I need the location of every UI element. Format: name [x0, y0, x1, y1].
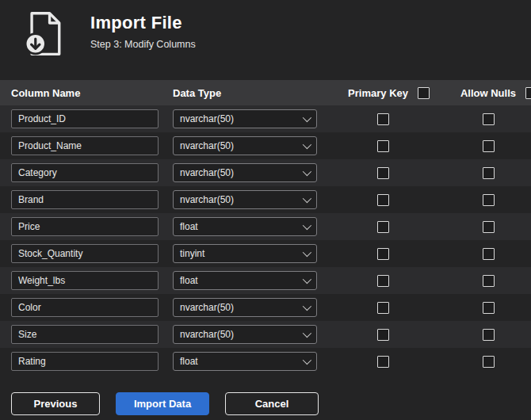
chevron-down-icon: [303, 194, 311, 203]
primary-key-checkbox[interactable]: [377, 140, 389, 152]
chevron-down-icon: [303, 140, 311, 149]
primary-key-cell: [331, 221, 434, 233]
data-type-dropdown[interactable]: nvarchar(50): [173, 190, 317, 209]
column-name-input[interactable]: [11, 136, 159, 155]
previous-button[interactable]: Previous: [11, 392, 100, 415]
data-type-dropdown[interactable]: float: [173, 271, 317, 290]
data-type-dropdown[interactable]: float: [173, 352, 317, 371]
primary-key-checkbox[interactable]: [377, 221, 389, 233]
table-row: nvarchar(50): [0, 294, 531, 321]
data-type-cell: nvarchar(50): [173, 190, 331, 209]
page-subtitle: Step 3: Modify Columns: [90, 39, 196, 50]
data-type-cell: nvarchar(50): [173, 298, 331, 317]
allow-nulls-select-all-checkbox[interactable]: [525, 87, 531, 99]
allow-nulls-checkbox[interactable]: [483, 356, 495, 368]
primary-key-checkbox[interactable]: [377, 302, 389, 314]
column-name-input[interactable]: [11, 109, 159, 128]
table-header: Column Name Data Type Primary Key Allow …: [0, 80, 531, 105]
page-title: Import File: [90, 13, 196, 33]
allow-nulls-checkbox[interactable]: [483, 194, 495, 206]
data-type-value: tinyint: [180, 248, 204, 259]
primary-key-header-label: Primary Key: [348, 87, 408, 99]
data-type-value: float: [180, 275, 198, 286]
primary-key-checkbox[interactable]: [377, 275, 389, 287]
allow-nulls-cell: [434, 113, 531, 125]
primary-key-cell: [331, 167, 434, 179]
column-name-input[interactable]: [11, 190, 159, 209]
column-name-cell: [11, 136, 173, 155]
primary-key-cell: [331, 113, 434, 125]
table-body: nvarchar(50)nvarchar(50)nvarchar(50)nvar…: [0, 105, 531, 375]
column-name-input[interactable]: [11, 352, 159, 371]
data-type-dropdown[interactable]: float: [173, 217, 317, 236]
column-name-input[interactable]: [11, 163, 159, 182]
allow-nulls-checkbox[interactable]: [483, 221, 495, 233]
chevron-down-icon: [303, 221, 311, 230]
data-type-dropdown[interactable]: nvarchar(50): [173, 325, 317, 344]
table-row: nvarchar(50): [0, 105, 531, 132]
allow-nulls-checkbox[interactable]: [483, 113, 495, 125]
primary-key-select-all-checkbox[interactable]: [418, 87, 430, 99]
column-name-cell: [11, 271, 173, 290]
allow-nulls-checkbox[interactable]: [483, 275, 495, 287]
data-type-dropdown[interactable]: nvarchar(50): [173, 298, 317, 317]
data-type-cell: float: [173, 352, 331, 371]
chevron-down-icon: [303, 356, 311, 365]
allow-nulls-checkbox[interactable]: [483, 302, 495, 314]
cancel-button[interactable]: Cancel: [225, 392, 319, 415]
primary-key-checkbox[interactable]: [377, 167, 389, 179]
dialog-header: Import File Step 3: Modify Columns: [0, 0, 531, 62]
data-type-cell: nvarchar(50): [173, 325, 331, 344]
data-type-cell: tinyint: [173, 244, 331, 263]
primary-key-checkbox[interactable]: [377, 356, 389, 368]
allow-nulls-cell: [434, 167, 531, 179]
table-row: nvarchar(50): [0, 132, 531, 159]
column-name-cell: [11, 298, 173, 317]
allow-nulls-checkbox[interactable]: [483, 329, 495, 341]
column-name-input[interactable]: [11, 298, 159, 317]
allow-nulls-cell: [434, 302, 531, 314]
dialog-footer: Previous Import Data Cancel: [0, 392, 531, 415]
data-type-value: float: [180, 221, 198, 232]
table-row: nvarchar(50): [0, 159, 531, 186]
table-row: float: [0, 267, 531, 294]
data-type-cell: nvarchar(50): [173, 136, 331, 155]
data-type-cell: nvarchar(50): [173, 163, 331, 182]
chevron-down-icon: [303, 167, 311, 176]
primary-key-cell: [331, 356, 434, 368]
data-type-value: nvarchar(50): [180, 140, 234, 151]
table-row: float: [0, 213, 531, 240]
allow-nulls-checkbox[interactable]: [483, 248, 495, 260]
allow-nulls-cell: [434, 221, 531, 233]
data-type-dropdown[interactable]: nvarchar(50): [173, 109, 317, 128]
data-type-value: nvarchar(50): [180, 113, 234, 124]
column-name-cell: [11, 190, 173, 209]
data-type-cell: nvarchar(50): [173, 109, 331, 128]
data-type-dropdown[interactable]: nvarchar(50): [173, 136, 317, 155]
column-name-cell: [11, 352, 173, 371]
data-type-value: nvarchar(50): [180, 329, 234, 340]
data-type-value: nvarchar(50): [180, 194, 234, 205]
allow-nulls-checkbox[interactable]: [483, 140, 495, 152]
allow-nulls-checkbox[interactable]: [483, 167, 495, 179]
column-name-input[interactable]: [11, 217, 159, 236]
primary-key-checkbox[interactable]: [377, 248, 389, 260]
primary-key-checkbox[interactable]: [377, 113, 389, 125]
data-type-value: nvarchar(50): [180, 167, 234, 178]
column-name-cell: [11, 217, 173, 236]
chevron-down-icon: [303, 275, 311, 284]
import-data-button[interactable]: Import Data: [116, 392, 209, 415]
chevron-down-icon: [303, 248, 311, 257]
data-type-dropdown[interactable]: nvarchar(50): [173, 163, 317, 182]
column-name-input[interactable]: [11, 271, 159, 290]
chevron-down-icon: [303, 113, 311, 122]
primary-key-checkbox[interactable]: [377, 329, 389, 341]
column-name-cell: [11, 163, 173, 182]
primary-key-checkbox[interactable]: [377, 194, 389, 206]
data-type-value: nvarchar(50): [180, 302, 234, 313]
file-import-icon: [21, 10, 68, 59]
column-name-input[interactable]: [11, 244, 159, 263]
data-type-dropdown[interactable]: tinyint: [173, 244, 317, 263]
column-name-input[interactable]: [11, 325, 159, 344]
primary-key-cell: [331, 248, 434, 260]
